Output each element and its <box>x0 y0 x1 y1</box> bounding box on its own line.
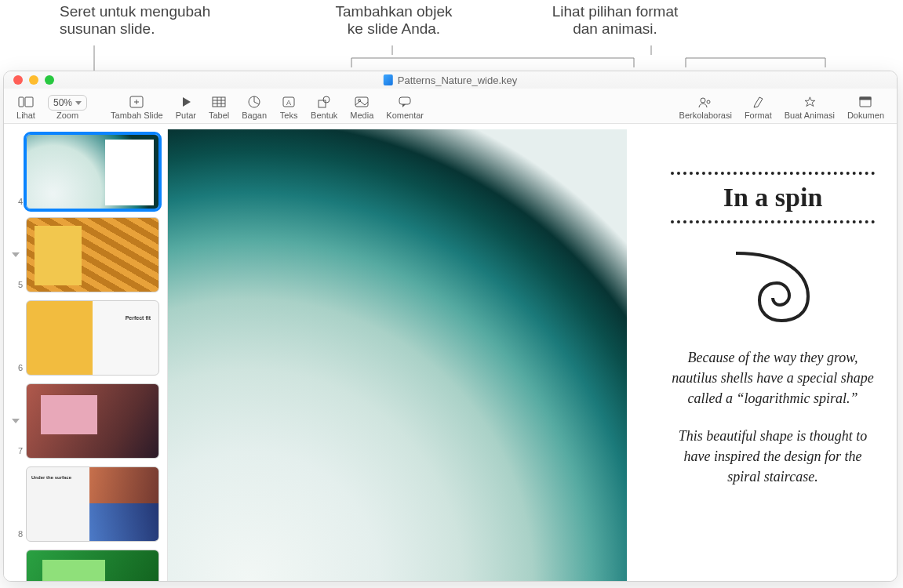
svg-marker-21 <box>402 104 406 107</box>
collaborate-icon <box>696 93 715 111</box>
zoom-label: Zoom <box>56 111 78 120</box>
chart-button[interactable]: Bagan <box>235 93 273 120</box>
thumb-title: FRACTALS <box>49 563 79 568</box>
slide-thumb-7[interactable]: 7 LAYERS <box>7 383 164 459</box>
document-button[interactable]: Dokumen <box>841 93 890 120</box>
svg-marker-24 <box>805 97 815 107</box>
animate-label: Buat Animasi <box>785 111 835 120</box>
slide-paragraph-2: This beautiful shape is thought to have … <box>671 426 875 487</box>
animate-icon <box>800 93 819 111</box>
svg-line-13 <box>254 102 259 104</box>
table-button[interactable]: Tabel <box>202 93 235 120</box>
add-slide-label: Tambah Slide <box>111 111 163 120</box>
document-title: Patterns_Nature_wide.key <box>384 74 517 86</box>
view-button[interactable]: Lihat <box>10 93 42 120</box>
slide-number: 6 <box>7 363 23 376</box>
svg-point-17 <box>323 96 330 103</box>
slide-thumb-6[interactable]: 6 Perfect fit <box>7 300 164 376</box>
thumb-title: Perfect fit <box>126 315 151 321</box>
chart-label: Bagan <box>242 111 267 120</box>
svg-rect-18 <box>355 97 368 107</box>
slide-number: 7 <box>7 446 23 459</box>
text-icon: A <box>279 93 298 111</box>
close-button[interactable] <box>13 75 23 85</box>
expand-icon[interactable] <box>12 419 20 423</box>
collaborate-button[interactable]: Berkolaborasi <box>673 93 738 120</box>
svg-point-23 <box>707 100 710 103</box>
minimize-button[interactable] <box>29 75 38 85</box>
expand-icon[interactable] <box>12 252 20 257</box>
svg-rect-6 <box>213 97 225 107</box>
thumb-title: Under the surface <box>31 475 82 481</box>
document-icon <box>856 93 875 111</box>
shape-label: Bentuk <box>311 111 337 120</box>
slide-paragraph-1: Because of the way they grow, nautilus s… <box>671 347 875 408</box>
svg-point-22 <box>701 98 705 103</box>
slide-thumb-9[interactable]: FRACTALS <box>7 550 164 581</box>
plus-icon <box>127 93 146 111</box>
text-button[interactable]: A Teks <box>273 93 304 120</box>
svg-marker-5 <box>183 97 191 107</box>
thumb-title: In a spin <box>111 140 155 146</box>
slide-thumb-5[interactable]: 5 TESSELLATIONS <box>7 217 164 292</box>
view-icon <box>16 93 35 111</box>
comment-label: Komentar <box>386 111 424 120</box>
comment-button[interactable]: Komentar <box>380 93 430 120</box>
document-label: Dokumen <box>847 111 884 120</box>
app-window: Patterns_Nature_wide.key Lihat 50% Zoom … <box>3 71 898 582</box>
comment-icon <box>395 93 414 111</box>
media-icon <box>352 93 371 111</box>
view-label: Lihat <box>16 111 35 120</box>
thumb-title: TESSELLATIONS <box>39 229 82 234</box>
svg-rect-16 <box>319 100 326 107</box>
spiral-icon <box>730 245 816 324</box>
slide-number: 4 <box>7 197 23 209</box>
callout-leaders <box>0 3 903 75</box>
slide-thumb-8[interactable]: 8 Under the surface <box>7 466 164 542</box>
play-button[interactable]: Putar <box>169 93 202 120</box>
annotation-callouts: Seret untuk mengubah susunan slide. Tamb… <box>0 3 903 71</box>
document-title-text: Patterns_Nature_wide.key <box>398 74 517 86</box>
format-button[interactable]: Format <box>738 93 778 120</box>
slide-image-nautilus <box>168 129 627 581</box>
toolbar: Lihat 50% Zoom Tambah Slide Putar Ta <box>4 89 897 124</box>
zoom-button[interactable]: 50% Zoom <box>42 93 93 120</box>
shape-icon <box>315 93 333 111</box>
titlebar: Patterns_Nature_wide.key <box>4 71 897 89</box>
add-slide-button[interactable]: Tambah Slide <box>104 93 169 120</box>
media-label: Media <box>350 111 373 120</box>
slide-navigator[interactable]: 4 In a spin 5 TESSELLATIONS 6 Perfect fi… <box>4 129 168 581</box>
divider <box>671 172 875 175</box>
svg-text:A: A <box>286 99 291 107</box>
chevron-down-icon <box>75 101 82 105</box>
text-label: Teks <box>280 111 298 120</box>
table-icon <box>209 93 228 111</box>
thumb-title: LAYERS <box>50 398 76 405</box>
svg-rect-0 <box>19 97 24 107</box>
divider <box>671 220 875 223</box>
table-label: Tabel <box>209 111 229 120</box>
play-icon <box>177 93 195 111</box>
zoom-value: 50% <box>53 97 72 108</box>
media-button[interactable]: Media <box>344 93 380 120</box>
slide-canvas[interactable]: In a spin Because of the way they grow, … <box>168 129 897 581</box>
slide-number: 8 <box>7 529 23 542</box>
format-label: Format <box>745 111 772 120</box>
format-icon <box>748 93 767 111</box>
slide-heading: In a spin <box>671 183 875 212</box>
slide-text-column: In a spin Because of the way they grow, … <box>671 164 875 505</box>
slide-thumb-4[interactable]: 4 In a spin <box>7 134 164 209</box>
chart-icon <box>245 93 264 111</box>
svg-rect-1 <box>25 97 33 107</box>
slide-number: 5 <box>7 280 23 292</box>
svg-rect-20 <box>399 97 410 104</box>
shape-button[interactable]: Bentuk <box>304 93 344 120</box>
svg-rect-26 <box>860 97 871 100</box>
play-label: Putar <box>176 111 196 120</box>
collaborate-label: Berkolaborasi <box>679 111 732 120</box>
maximize-button[interactable] <box>45 75 54 85</box>
document-icon <box>384 74 393 85</box>
animate-button[interactable]: Buat Animasi <box>778 93 841 120</box>
